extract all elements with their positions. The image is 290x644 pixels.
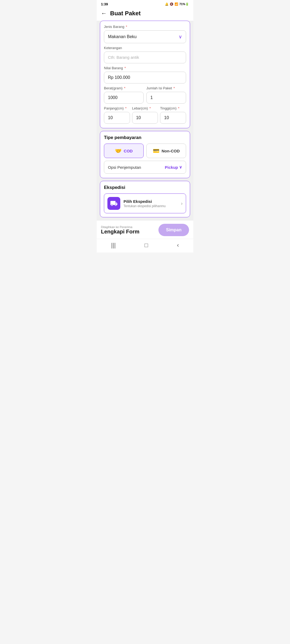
payment-type-row: 🤝 COD 💳 Non-COD: [104, 144, 186, 158]
bottom-sub-label: Ditagihkan ke Penerima: [101, 225, 139, 229]
panjang-label: Panjang(cm) *: [104, 106, 130, 110]
lebar-input[interactable]: [132, 112, 158, 124]
jumlah-isi-input[interactable]: [146, 92, 186, 104]
nilai-barang-label: Nilai Barang *: [104, 66, 186, 70]
dimensions-row: Panjang(cm) * Lebar(cm) * Tinggi(cm) *: [104, 106, 186, 124]
bottom-bar: Ditagihkan ke Penerima Lengkapi Form Sim…: [97, 221, 193, 239]
battery-label: 71%🔋: [179, 2, 189, 6]
wallet-icon: 💳: [153, 148, 160, 154]
jenis-barang-value: Makanan Beku: [108, 34, 137, 39]
handshake-icon: 🤝: [115, 148, 122, 154]
non-cod-button[interactable]: 💳 Non-COD: [146, 144, 186, 158]
payment-title: Tipe pembayaran: [104, 135, 186, 140]
ekspedisi-item[interactable]: Pilih Ekspedisi Tentukan ekspedisi pilih…: [104, 193, 186, 213]
nav-home-icon[interactable]: □: [144, 242, 148, 249]
nav-back-icon[interactable]: ‹: [177, 242, 179, 249]
cod-label: COD: [124, 149, 133, 153]
required-marker: *: [125, 25, 127, 29]
ekspedisi-item-title: Pilih Ekspedisi: [124, 199, 178, 204]
tinggi-field: Tinggi(cm) *: [160, 106, 186, 124]
ekspedisi-text-block: Pilih Ekspedisi Tentukan ekspedisi pilih…: [124, 199, 178, 208]
lebar-label: Lebar(cm) *: [132, 106, 158, 110]
truck-icon-wrap: [107, 197, 120, 210]
lebar-field: Lebar(cm) *: [132, 106, 158, 124]
bottom-main-label: Lengkapi Form: [101, 229, 139, 235]
pickup-label: Opsi Penjemputan: [108, 165, 141, 170]
jenis-barang-field: Jenis Barang * Makanan Beku ∨: [104, 25, 186, 43]
truck-icon: [110, 200, 118, 207]
non-cod-label: Non-COD: [162, 149, 180, 153]
main-content: Jenis Barang * Makanan Beku ∨ Keterangan…: [97, 21, 193, 221]
item-details-card: Jenis Barang * Makanan Beku ∨ Keterangan…: [100, 21, 190, 128]
keterangan-input[interactable]: [104, 52, 186, 63]
nav-bar: ||| □ ‹: [97, 239, 193, 253]
ekspedisi-item-sub: Tentukan ekspedisi pilihanmu: [124, 204, 178, 208]
chevron-down-icon: ∨: [179, 34, 182, 40]
keterangan-label: Keterangan: [104, 46, 186, 50]
mute-icon: 🔇: [170, 2, 173, 6]
header: ← Buat Paket: [97, 7, 193, 21]
tinggi-label: Tinggi(cm) *: [160, 106, 186, 110]
jumlah-isi-field: Jumlah Isi Paket *: [146, 86, 186, 104]
back-button[interactable]: ←: [101, 10, 107, 16]
nilai-barang-field: Nilai Barang *: [104, 66, 186, 83]
jenis-barang-select[interactable]: Makanan Beku ∨: [104, 30, 186, 43]
alarm-icon: 🔔: [165, 2, 169, 6]
berat-label: Berat(gram) *: [104, 86, 144, 90]
ekspedisi-card: Ekspedisi Pilih Ekspedisi Tentukan ekspe…: [100, 181, 190, 217]
status-icons: 🔔 🔇 📶 71%🔋: [165, 2, 189, 6]
status-bar: 1:39 🔔 🔇 📶 71%🔋: [97, 0, 193, 7]
tinggi-input[interactable]: [160, 112, 186, 124]
panjang-input[interactable]: [104, 112, 130, 124]
pickup-value: Pickup ∨: [165, 165, 182, 170]
simpan-button[interactable]: Simpan: [158, 224, 189, 236]
jumlah-isi-label: Jumlah Isi Paket *: [146, 86, 186, 90]
payment-card: Tipe pembayaran 🤝 COD 💳 Non-COD Opsi Pen…: [100, 131, 190, 178]
nav-recent-icon[interactable]: |||: [111, 242, 116, 249]
wifi-icon: 📶: [175, 2, 178, 6]
bottom-left: Ditagihkan ke Penerima Lengkapi Form: [101, 225, 139, 235]
nilai-barang-input[interactable]: [104, 72, 186, 83]
page-title: Buat Paket: [110, 10, 141, 17]
cod-button[interactable]: 🤝 COD: [104, 144, 144, 158]
chevron-down-icon: ∨: [179, 165, 182, 170]
status-time: 1:39: [101, 2, 108, 6]
berat-jumlah-row: Berat(gram) * Jumlah Isi Paket *: [104, 86, 186, 104]
berat-input[interactable]: [104, 92, 144, 104]
keterangan-field: Keterangan: [104, 46, 186, 63]
jenis-barang-label: Jenis Barang *: [104, 25, 186, 29]
pickup-row[interactable]: Opsi Penjemputan Pickup ∨: [104, 161, 186, 174]
ekspedisi-title: Ekspedisi: [104, 185, 186, 190]
panjang-field: Panjang(cm) *: [104, 106, 130, 124]
chevron-right-icon: ›: [181, 201, 183, 206]
berat-field: Berat(gram) *: [104, 86, 144, 104]
